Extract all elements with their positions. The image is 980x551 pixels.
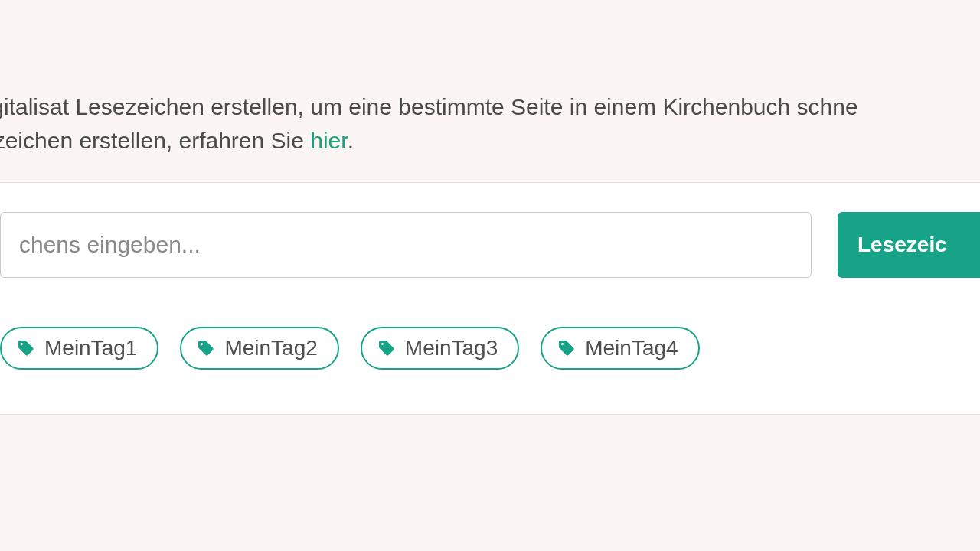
bookmark-panel: Lesezeic MeinTag1 MeinTag2 MeinTag3 [0,182,980,415]
tag-chip[interactable]: MeinTag2 [180,327,338,370]
tag-label: MeinTag3 [405,336,498,360]
tag-chip[interactable]: MeinTag1 [0,327,158,370]
create-bookmark-button[interactable]: Lesezeic [838,212,980,278]
tag-label: MeinTag1 [44,336,137,360]
create-row: Lesezeic [0,212,980,278]
tag-icon [197,339,215,357]
intro-help-link[interactable]: hier [310,128,347,153]
tag-icon [557,339,576,357]
tag-icon [377,339,396,357]
intro-line2-left: sezeichen erstellen, erfahren Sie [0,128,310,153]
tag-chip[interactable]: MeinTag3 [361,327,519,370]
intro-line2-after: . [348,128,354,153]
tag-icon [17,339,35,357]
tag-label: MeinTag2 [224,336,317,360]
intro-text: Digitalisat Lesezeichen erstellen, um ei… [0,90,858,157]
page-root: n Digitalisat Lesezeichen erstellen, um … [0,0,980,551]
tags-row: MeinTag1 MeinTag2 MeinTag3 MeinTag4 [0,327,980,370]
tag-chip[interactable]: MeinTag4 [541,327,699,370]
tag-label: MeinTag4 [585,336,678,360]
bookmark-name-input[interactable] [0,212,812,278]
intro-line1: Digitalisat Lesezeichen erstellen, um ei… [0,94,858,119]
